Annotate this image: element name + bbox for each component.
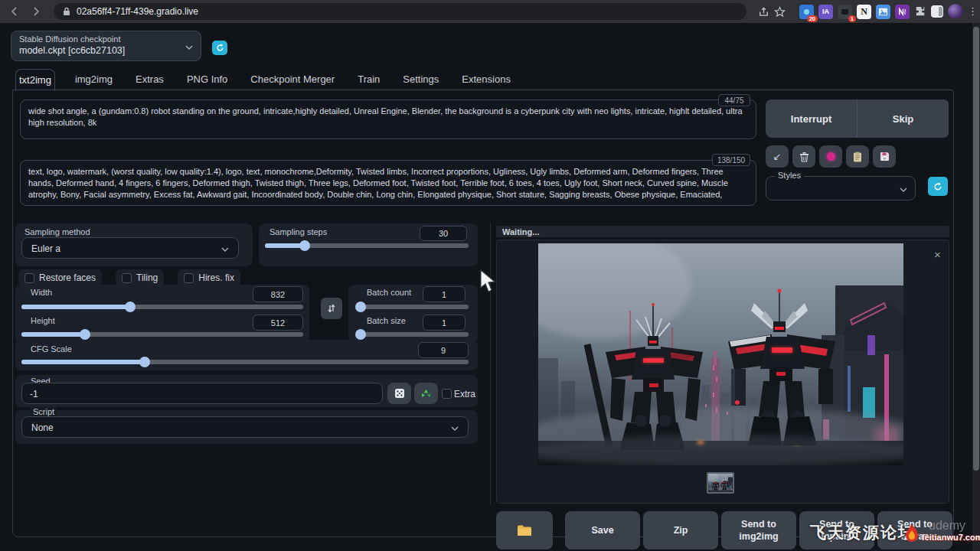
paste-params-button[interactable]: ↙ xyxy=(766,145,789,168)
prompt-textarea[interactable]: wide shot angle, a (gundam:0.8) robot st… xyxy=(20,99,756,139)
zip-button[interactable]: Zip xyxy=(643,511,718,549)
tab-extensions[interactable]: Extensions xyxy=(459,69,514,90)
trash-icon xyxy=(799,152,809,162)
checkpoint-dropdown[interactable]: Stable Diffusion checkpoint model.ckpt [… xyxy=(11,31,201,61)
tiling-checkbox[interactable] xyxy=(122,273,132,283)
styles-refresh-button[interactable] xyxy=(928,177,948,196)
chevron-down-icon xyxy=(451,426,459,431)
batch-count-input[interactable]: 1 xyxy=(423,286,466,302)
folder-icon xyxy=(517,524,532,536)
ext-pin-icon[interactable]: 20 xyxy=(799,5,814,19)
batch-size-label: Batch size xyxy=(367,316,406,325)
refresh-icon xyxy=(216,44,224,52)
ext-camera-icon[interactable]: 1 xyxy=(838,5,852,19)
apply-style-button[interactable] xyxy=(846,145,869,168)
skip-button[interactable]: Skip xyxy=(858,99,949,138)
watermark-brand-text: udemy xyxy=(929,519,965,533)
floppy-icon xyxy=(880,152,890,161)
progress-bar: Waiting... xyxy=(496,226,949,237)
reuse-seed-button[interactable] xyxy=(414,383,438,404)
restore-faces-checkbox[interactable] xyxy=(24,273,34,283)
negative-prompt-textarea[interactable]: text, logo, watermark, (worst quality, l… xyxy=(20,160,756,206)
sampling-method-dropdown[interactable]: Euler a xyxy=(21,237,239,259)
hires-fix-option[interactable]: Hires. fix xyxy=(178,269,240,286)
extra-seed-checkbox[interactable] xyxy=(442,389,452,399)
stable-diffusion-webui: 02a56ff4-71ff-439e.gradio.live 20 IA 1 xyxy=(0,0,980,551)
width-slider[interactable] xyxy=(21,305,303,309)
clear-prompt-button[interactable] xyxy=(792,145,815,168)
batch-count-slider[interactable] xyxy=(358,305,469,309)
forward-icon[interactable] xyxy=(29,5,43,18)
cfg-scale-input[interactable]: 9 xyxy=(418,342,469,358)
width-input[interactable]: 832 xyxy=(253,286,303,302)
share-icon[interactable] xyxy=(758,6,769,18)
seed-input[interactable]: -1 xyxy=(21,383,383,404)
open-folder-button[interactable] xyxy=(496,511,553,549)
batch-size-input[interactable]: 1 xyxy=(423,315,466,331)
back-icon[interactable] xyxy=(8,5,21,18)
extra-networks-button[interactable] xyxy=(819,145,842,168)
gallery-thumbnail[interactable] xyxy=(707,472,734,494)
tiling-option[interactable]: Tiling xyxy=(116,269,164,286)
save-style-button[interactable] xyxy=(873,145,896,168)
close-preview-icon[interactable]: × xyxy=(934,248,941,261)
checkpoint-refresh-button[interactable] xyxy=(212,41,227,55)
generated-image[interactable] xyxy=(538,243,903,465)
script-dropdown[interactable]: None xyxy=(21,416,469,438)
clipboard-icon xyxy=(853,152,862,162)
extensions-puzzle-icon[interactable] xyxy=(914,5,926,18)
styles-label: Styles xyxy=(775,171,804,180)
palette-dot-icon xyxy=(827,152,835,161)
sampling-steps-input[interactable]: 30 xyxy=(420,226,467,241)
interrupt-button[interactable]: Interrupt xyxy=(766,99,858,138)
watermark-site-text: feitianwu7.com xyxy=(922,533,980,542)
tab-settings[interactable]: Settings xyxy=(400,69,442,90)
tab-png-info[interactable]: PNG Info xyxy=(184,69,230,90)
save-button[interactable]: Save xyxy=(565,511,640,549)
sampling-steps-label: Sampling steps xyxy=(270,227,327,236)
ext-notion-icon[interactable]: N xyxy=(857,5,871,19)
batch-size-slider[interactable] xyxy=(358,332,469,337)
cfg-scale-slider[interactable] xyxy=(21,360,469,364)
hires-fix-checkbox[interactable] xyxy=(184,273,194,283)
side-panel-icon[interactable] xyxy=(931,5,943,18)
paste-arrow-icon: ↙ xyxy=(773,151,782,162)
scrollbar-thumb[interactable] xyxy=(973,27,979,471)
height-input[interactable]: 512 xyxy=(253,315,303,331)
profile-avatar[interactable] xyxy=(948,4,963,19)
tab-train[interactable]: Train xyxy=(354,69,383,90)
address-bar[interactable]: 02a56ff4-71ff-439e.gradio.live xyxy=(54,3,746,20)
url-text: 02a56ff4-71ff-439e.gradio.live xyxy=(77,6,198,17)
tab-extras[interactable]: Extras xyxy=(132,69,167,90)
checkpoint-label: Stable Diffusion checkpoint xyxy=(19,34,121,44)
ext-image-icon[interactable] xyxy=(876,5,890,19)
send-to-img2img-button[interactable]: Send to img2img xyxy=(721,511,796,549)
sampling-steps-slider[interactable] xyxy=(265,243,469,248)
cfg-scale-label: CFG Scale xyxy=(31,344,72,354)
page-scrollbar[interactable] xyxy=(972,23,980,551)
sampling-method-label: Sampling method xyxy=(24,227,90,236)
batch-count-label: Batch count xyxy=(367,288,411,297)
height-slider[interactable] xyxy=(21,332,303,337)
ext-onenote-icon[interactable] xyxy=(895,5,910,19)
ext-pin-badge: 20 xyxy=(807,15,818,22)
bookmark-star-icon[interactable] xyxy=(774,6,786,18)
lock-icon xyxy=(63,7,70,16)
random-seed-button[interactable] xyxy=(387,383,411,404)
swap-arrows-icon xyxy=(327,303,336,314)
swap-dimensions-button[interactable] xyxy=(321,298,342,319)
watermark-flame-icon xyxy=(903,523,920,543)
width-label: Width xyxy=(31,288,52,297)
main-tabs: txt2img img2img Extras PNG Info Checkpoi… xyxy=(15,69,514,91)
negative-token-counter: 138/150 xyxy=(712,154,750,166)
restore-faces-option[interactable]: Restore faces xyxy=(18,269,102,286)
tab-img2img[interactable]: img2img xyxy=(72,69,116,90)
chrome-menu-icon[interactable]: ⋮ xyxy=(968,9,974,14)
tab-txt2img[interactable]: txt2img xyxy=(15,69,55,91)
script-label: Script xyxy=(31,407,57,416)
tab-checkpoint-merger[interactable]: Checkpoint Merger xyxy=(247,69,338,90)
chevron-down-icon xyxy=(185,45,193,50)
recycle-icon xyxy=(420,388,432,399)
ext-ia-icon[interactable]: IA xyxy=(818,5,833,19)
cfg-group xyxy=(15,340,478,370)
